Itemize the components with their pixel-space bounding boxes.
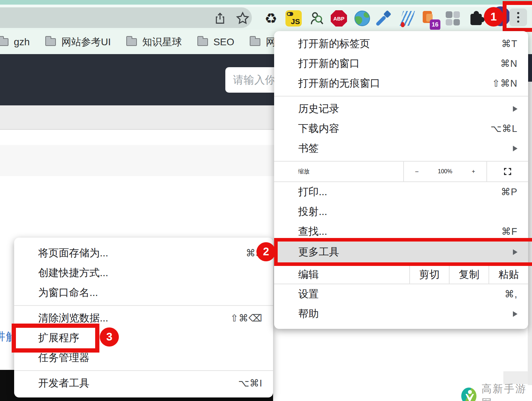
- annotation-step-2: 2: [256, 242, 276, 261]
- menu-item-settings[interactable]: 设置 ⌘,: [274, 284, 528, 304]
- menu-item-extensions[interactable]: 扩展程序 3: [14, 328, 273, 348]
- menu-item-zoom: 缩放 – 100% +: [274, 161, 528, 182]
- submenu-arrow-icon: [513, 249, 517, 255]
- bookmark-label: 网站参考UI: [61, 35, 111, 49]
- bookmark-folder-seo[interactable]: SEO: [197, 36, 234, 48]
- menu-separator: [14, 370, 273, 371]
- menu-item-help[interactable]: 帮助: [274, 304, 528, 324]
- bookmark-folder-gzh[interactable]: gzh: [0, 36, 30, 48]
- folder-icon: [45, 38, 56, 46]
- more-tools-submenu: 将页面存储为... ⌘S 创建快捷方式... 为窗口命名... 清除浏览数据..…: [14, 238, 273, 397]
- site-logo-icon: [461, 388, 476, 401]
- screenshot-extension-icon[interactable]: 16: [421, 10, 438, 27]
- zoom-value: 100%: [438, 168, 452, 175]
- watermark-text: 高新手游网: [481, 382, 532, 401]
- bookmark-folder-planet[interactable]: 知识星球: [126, 35, 182, 49]
- extension-count-badge: 16: [430, 19, 440, 30]
- menu-separator: [14, 305, 273, 306]
- recycle-extension-icon[interactable]: ♻: [262, 10, 279, 27]
- submenu-arrow-icon: [513, 311, 517, 317]
- eyedropper-icon[interactable]: [376, 10, 393, 27]
- fullscreen-button[interactable]: [486, 162, 528, 181]
- menu-item-task-manager[interactable]: 任务管理器: [14, 348, 273, 368]
- menu-item-new-incognito[interactable]: 打开新的无痕窗口 ⇧⌘N: [274, 74, 528, 93]
- page-header-edge: [528, 54, 532, 82]
- site-watermark: 高新手游网: [461, 382, 532, 401]
- tab-strip: [0, 0, 532, 5]
- browser-toolbar: ♻ JS ABP 16: [0, 7, 532, 30]
- edit-paste-button[interactable]: 粘贴: [488, 266, 528, 284]
- menu-item-edit: 编辑 剪切 复制 粘贴: [274, 265, 528, 284]
- submenu-arrow-icon: [513, 106, 517, 112]
- menu-item-find[interactable]: 查找... ⌘F: [274, 222, 528, 242]
- extensions-puzzle-icon[interactable]: [468, 10, 485, 27]
- stripes-extension-icon[interactable]: [398, 10, 415, 27]
- bookmark-label: gzh: [14, 36, 30, 48]
- menu-item-create-shortcut[interactable]: 创建快捷方式...: [14, 263, 273, 283]
- menu-item-save-page[interactable]: 将页面存储为... ⌘S: [14, 243, 273, 263]
- menu-item-more-tools[interactable]: 更多工具 2: [274, 242, 528, 262]
- js-extension-icon[interactable]: JS: [285, 10, 302, 27]
- menu-item-name-window[interactable]: 为窗口命名...: [14, 283, 273, 303]
- menu-separator: [274, 96, 528, 97]
- seo-person-search-icon[interactable]: [308, 10, 325, 27]
- folder-icon: [0, 38, 8, 46]
- menu-item-new-tab[interactable]: 打开新的标签页 ⌘T: [274, 34, 528, 54]
- menu-item-cast[interactable]: 投射...: [274, 202, 528, 222]
- share-icon[interactable]: [212, 10, 229, 27]
- page-scrollbar-track[interactable]: [528, 82, 532, 385]
- adblock-plus-icon[interactable]: ABP: [330, 10, 347, 27]
- menu-item-clear-data[interactable]: 清除浏览数据... ⇧⌘⌫: [14, 308, 273, 328]
- annotation-step-3: 3: [100, 327, 119, 347]
- menu-item-dev-tools[interactable]: 开发者工具 ⌥⌘I: [14, 373, 273, 393]
- edit-cut-button[interactable]: 剪切: [409, 266, 449, 284]
- bookmark-star-icon[interactable]: [234, 10, 251, 27]
- menu-item-history[interactable]: 历史记录: [274, 99, 528, 119]
- menu-item-bookmarks[interactable]: 书签: [274, 139, 528, 158]
- menu-item-downloads[interactable]: 下载内容 ⌥⌘L: [274, 119, 528, 139]
- submenu-arrow-icon: [513, 146, 517, 151]
- edit-copy-button[interactable]: 复制: [449, 266, 488, 284]
- zoom-in-button[interactable]: +: [472, 168, 475, 175]
- annotation-box-menu-button: [503, 1, 532, 32]
- globe-extension-icon[interactable]: [354, 10, 371, 27]
- bookmark-folder-ui[interactable]: 网站参考UI: [45, 35, 111, 49]
- bookmark-label: SEO: [213, 36, 234, 48]
- folder-icon: [126, 38, 137, 46]
- grid-extension-icon[interactable]: [444, 10, 461, 27]
- edit-label: 编辑: [274, 266, 409, 284]
- screenshot-root: 讲解 高新手游网 ♻ JS: [0, 0, 532, 401]
- zoom-out-button[interactable]: –: [415, 168, 418, 175]
- menu-item-print[interactable]: 打印... ⌘P: [274, 182, 528, 202]
- fullscreen-icon: [503, 167, 512, 176]
- tab-strip-edge: [0, 5, 532, 7]
- folder-icon: [250, 38, 260, 46]
- folder-icon: [197, 38, 208, 46]
- menu-item-new-window[interactable]: 打开新的窗口 ⌘N: [274, 54, 528, 74]
- zoom-label: 缩放: [274, 162, 403, 181]
- annotation-step-1: 1: [484, 7, 503, 27]
- bookmark-label: 知识星球: [142, 35, 182, 49]
- chrome-main-menu: 打开新的标签页 ⌘T 打开新的窗口 ⌘N 打开新的无痕窗口 ⇧⌘N 历史记录 下…: [274, 31, 528, 329]
